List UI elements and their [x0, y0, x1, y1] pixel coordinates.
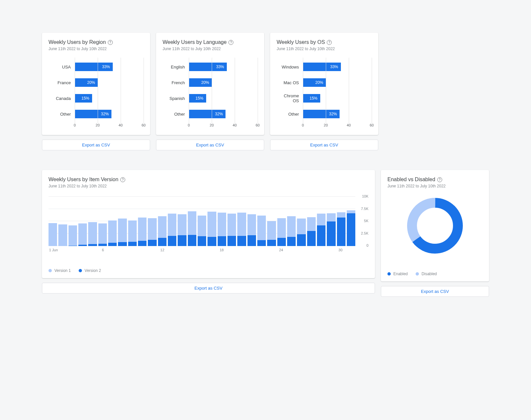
bar-segment-v2 [277, 238, 286, 246]
bar: 20% [189, 78, 212, 87]
bar-segment-v1 [178, 214, 186, 236]
bar-category: Mac OS [278, 80, 303, 85]
help-icon[interactable]: ? [228, 40, 233, 45]
bar-segment-v2 [158, 238, 167, 246]
export-button[interactable]: Export as CSV [156, 140, 264, 150]
stacked-bar [257, 216, 266, 246]
legend-item: Enabled [387, 272, 408, 276]
legend-item: Version 2 [79, 268, 101, 273]
bar-row: Chrome OS 15% [278, 90, 372, 106]
legend-label: Enabled [393, 272, 408, 276]
bar-segment-v1 [277, 218, 286, 238]
stacked-bar [227, 214, 236, 246]
y-tick: 5K [364, 219, 368, 223]
bar-segment-v1 [49, 223, 57, 246]
x-tick: 18 [220, 248, 224, 252]
bar-segment-v1 [237, 213, 246, 236]
card-enabled: Enabled vs Disabled ? June 11th 2022 to … [381, 170, 489, 281]
bar-segment-v2 [168, 236, 176, 246]
bar-segment-v2 [327, 221, 335, 246]
bar-segment-v1 [207, 212, 216, 237]
legend-version: Version 1 Version 2 [49, 268, 368, 273]
help-icon[interactable]: ? [120, 177, 125, 182]
card-subtitle: June 11th 2022 to July 10th 2022 [277, 47, 372, 51]
legend-item: Version 1 [49, 268, 71, 273]
bar-segment-v2 [307, 231, 316, 246]
stacked-bar [108, 220, 117, 246]
x-tick: 20 [210, 123, 214, 127]
x-axis: 1 Jun612182430 [49, 247, 355, 252]
card-version: Weekly Users by Item Version ? June 11th… [42, 170, 375, 278]
bar-segment-v1 [347, 210, 355, 213]
stacked-bar [128, 220, 137, 246]
bar-category: Chrome OS [278, 93, 303, 103]
bar: 20% [303, 78, 326, 87]
stacked-bar [168, 214, 176, 246]
bar: 32% [189, 110, 226, 118]
bar-category: France [50, 80, 75, 85]
bar-segment-v1 [69, 225, 77, 246]
bar-segment-v1 [128, 220, 137, 242]
x-tick: 1 Jun [49, 248, 58, 252]
bar-row: Mac OS 20% [278, 75, 372, 90]
bar-category: English [164, 65, 189, 69]
help-icon[interactable]: ? [327, 40, 332, 45]
export-button[interactable]: Export as CSV [42, 140, 150, 150]
x-tick: 12 [160, 248, 164, 252]
bar-track: 32% [189, 106, 258, 122]
card-title: Weekly Users by Item Version ? [49, 177, 368, 182]
bar-segment-v1 [287, 216, 296, 237]
chart-language: English 33% French 20% Spanish 15% Other… [163, 59, 258, 130]
bar-track: 15% [189, 90, 258, 106]
export-button[interactable]: Export as CSV [270, 140, 378, 150]
bar-row: Windows 33% [278, 59, 372, 75]
legend-item: Disabled [416, 272, 437, 276]
stacked-bar [317, 214, 325, 246]
help-icon[interactable]: ? [437, 177, 442, 182]
stacked-bar [98, 223, 107, 246]
x-tick: 0 [188, 123, 190, 127]
bar-segment-v2 [247, 235, 256, 246]
card-subtitle: June 11th 2022 to July 10th 2022 [163, 47, 258, 51]
bar: 15% [189, 94, 206, 103]
bar-segment-v1 [327, 213, 335, 222]
stacked-bar [287, 216, 296, 246]
bar-row: English 33% [164, 59, 258, 75]
bar: 32% [303, 110, 340, 118]
help-icon[interactable]: ? [108, 40, 113, 45]
bar: 15% [303, 94, 320, 103]
bar-row: Other 32% [278, 106, 372, 122]
stacked-bar [267, 221, 276, 246]
bar-category: French [164, 80, 189, 85]
bar-segment-v1 [118, 219, 127, 242]
bar-category: Other [278, 112, 303, 117]
donut-svg [405, 196, 464, 255]
export-button[interactable]: Export as CSV [42, 283, 375, 294]
bar-segment-v2 [207, 237, 216, 246]
bar-segment-v2 [297, 234, 305, 246]
title-text: Weekly Users by Region [49, 39, 106, 45]
bar-row: USA 33% [50, 59, 144, 75]
stacked-bar [69, 225, 77, 246]
x-tick: 6 [102, 248, 104, 252]
bar-segment-v2 [227, 236, 236, 246]
bar-segment-v1 [78, 223, 87, 245]
stacked-bar [247, 214, 256, 246]
bar-segment-v1 [317, 214, 325, 225]
bar-segment-v1 [108, 220, 117, 243]
bar-category: USA [50, 65, 75, 69]
export-button[interactable]: Export as CSV [381, 286, 489, 297]
bar-category: Windows [278, 65, 303, 69]
x-axis: 0204060 [189, 123, 258, 130]
card-title: Weekly Users by Language ? [163, 39, 258, 45]
y-tick: 0 [366, 243, 368, 247]
bar: 15% [75, 94, 92, 103]
bar: 32% [75, 110, 111, 118]
y-tick: 10K [362, 194, 368, 198]
stacked-bar [88, 222, 97, 246]
x-tick: 60 [256, 123, 260, 127]
stacked-bar [198, 216, 206, 246]
bar-segment-v2 [347, 213, 355, 246]
bar-track: 20% [303, 75, 372, 90]
stacked-bar [297, 219, 305, 246]
